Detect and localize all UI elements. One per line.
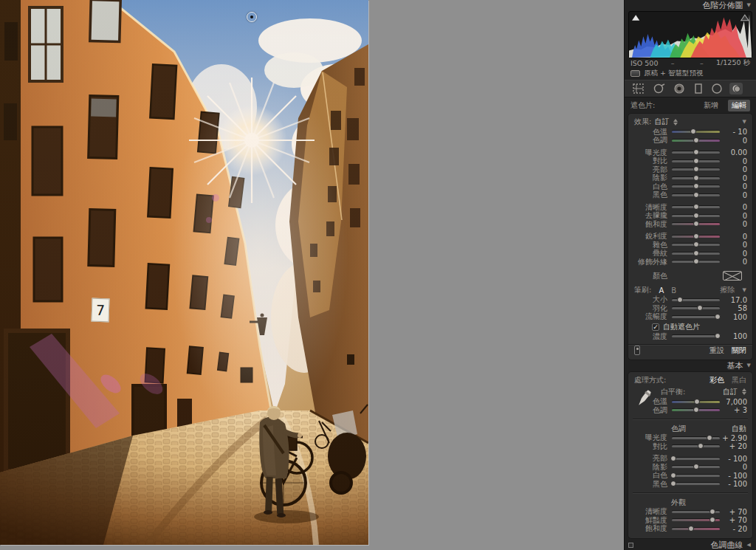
presence-sliders: 清晰度+ 70鮮豔度+ 70飽和度- 20: [628, 508, 752, 534]
slider-knob[interactable]: [698, 443, 704, 449]
slider-track[interactable]: [672, 401, 720, 403]
mask-edit-button[interactable]: 編輯: [728, 100, 750, 111]
brush-slider-group-1: 大小17.0羽化58流暢度100: [628, 296, 752, 322]
slider-knob[interactable]: [693, 250, 699, 256]
slider-track[interactable]: [672, 299, 720, 301]
slider-knob[interactable]: [693, 166, 699, 172]
red-eye-icon[interactable]: [672, 83, 686, 94]
brush-erase-button[interactable]: 擦除: [721, 285, 735, 295]
slider-knob[interactable]: [693, 192, 699, 198]
radial-filter-icon[interactable]: [710, 83, 723, 94]
slider-track[interactable]: [672, 194, 720, 196]
slider-knob[interactable]: [670, 456, 676, 461]
basic-panel-header[interactable]: 基本 ▼: [625, 360, 756, 371]
slider-track[interactable]: [672, 236, 720, 238]
brush-b-button[interactable]: B: [671, 286, 676, 295]
slider-knob[interactable]: [693, 213, 699, 219]
treatment-label: 處理方式:: [634, 375, 666, 385]
slider-knob[interactable]: [693, 221, 699, 227]
wb-updown-icon[interactable]: [742, 388, 746, 395]
slider-knob[interactable]: [693, 149, 699, 155]
panel-toggle-icon[interactable]: [628, 543, 633, 548]
graduated-filter-icon[interactable]: [693, 83, 704, 94]
histogram-panel-header[interactable]: 色階分佈圖 ▼: [625, 0, 756, 11]
slider-track[interactable]: [672, 140, 720, 142]
slider-knob[interactable]: [670, 481, 676, 487]
slider-knob[interactable]: [693, 183, 699, 189]
preview-status-row: 原稿 + 智慧型預視: [625, 68, 756, 78]
histogram[interactable]: [628, 11, 752, 58]
treatment-color-button[interactable]: 彩色: [709, 375, 724, 385]
slider-track[interactable]: [672, 511, 720, 513]
wb-eyedropper-icon[interactable]: [634, 388, 653, 410]
panel-switch-icon[interactable]: [634, 346, 640, 355]
slider-label: 飽和度: [635, 523, 672, 534]
tone-curve-panel-header[interactable]: 色調曲線 ◀: [625, 539, 756, 550]
chevron-down-icon[interactable]: ▼: [743, 288, 746, 293]
slider-knob[interactable]: [709, 517, 715, 523]
slider-track[interactable]: [672, 261, 720, 263]
slider-value: 0: [720, 233, 747, 241]
slider-track[interactable]: [672, 206, 720, 208]
slider-track[interactable]: [672, 244, 720, 246]
slider-track[interactable]: [672, 316, 720, 318]
slider-track[interactable]: [672, 437, 720, 439]
slider-value: 0: [720, 250, 747, 258]
slider-knob[interactable]: [693, 241, 699, 247]
slider-track[interactable]: [672, 168, 720, 171]
tool-strip: [625, 80, 756, 97]
color-swatch[interactable]: [723, 271, 742, 281]
close-button[interactable]: 關閉: [732, 346, 746, 356]
slider-track[interactable]: [672, 131, 720, 133]
slider-track[interactable]: [672, 458, 720, 460]
slider-track[interactable]: [672, 307, 720, 309]
slider-track[interactable]: [672, 483, 720, 485]
slider-track[interactable]: [672, 223, 720, 225]
slider-track[interactable]: [672, 335, 720, 337]
effect-preset-dropdown[interactable]: 自訂: [654, 117, 669, 127]
slider-track[interactable]: [672, 151, 720, 154]
slider-knob[interactable]: [670, 472, 676, 478]
slider-track[interactable]: [672, 409, 720, 411]
slider-track[interactable]: [672, 445, 720, 447]
preset-updown-icon[interactable]: [673, 119, 678, 126]
slider-knob[interactable]: [690, 128, 696, 134]
reset-button[interactable]: 重設: [709, 346, 724, 356]
mask-new-button[interactable]: 新增: [700, 100, 722, 111]
slider-knob[interactable]: [693, 407, 699, 413]
slider-track[interactable]: [672, 519, 720, 521]
slider-value: 0: [720, 157, 747, 165]
slider-track[interactable]: [672, 177, 720, 179]
slider-knob[interactable]: [697, 305, 703, 311]
slider-track[interactable]: [672, 252, 720, 255]
slider-knob[interactable]: [707, 435, 712, 441]
spot-removal-icon[interactable]: [652, 83, 666, 94]
slider-knob[interactable]: [693, 158, 699, 164]
color-label: 顏色: [635, 271, 672, 281]
treatment-bw-button[interactable]: 黑白: [732, 375, 746, 385]
slider-knob[interactable]: [693, 204, 699, 210]
slider-track[interactable]: [672, 215, 720, 217]
slider-knob[interactable]: [694, 399, 700, 405]
photo-canvas[interactable]: 7: [0, 0, 368, 545]
slider-track[interactable]: [672, 466, 720, 468]
crop-overlay-icon[interactable]: [631, 83, 645, 94]
slider-knob[interactable]: [693, 258, 699, 264]
slider-track[interactable]: [672, 185, 720, 188]
automask-checkbox[interactable]: ✓: [652, 323, 659, 331]
automask-row: ✓ 自動遮色片: [628, 322, 752, 331]
auto-tone-button[interactable]: 自動: [732, 424, 746, 434]
slider-knob[interactable]: [709, 509, 715, 515]
slider-knob[interactable]: [693, 233, 699, 239]
slider-knob[interactable]: [677, 297, 683, 303]
slider-track[interactable]: [672, 475, 720, 477]
slider-knob[interactable]: [688, 526, 694, 532]
wb-preset-dropdown[interactable]: 自訂: [723, 387, 738, 397]
slider-knob[interactable]: [693, 137, 699, 143]
slider-track[interactable]: [672, 528, 720, 530]
slider-knob[interactable]: [693, 175, 699, 181]
chevron-down-icon[interactable]: ▼: [743, 120, 746, 125]
brush-a-button[interactable]: A: [659, 286, 664, 295]
slider-knob[interactable]: [693, 464, 699, 470]
slider-track[interactable]: [672, 160, 720, 162]
